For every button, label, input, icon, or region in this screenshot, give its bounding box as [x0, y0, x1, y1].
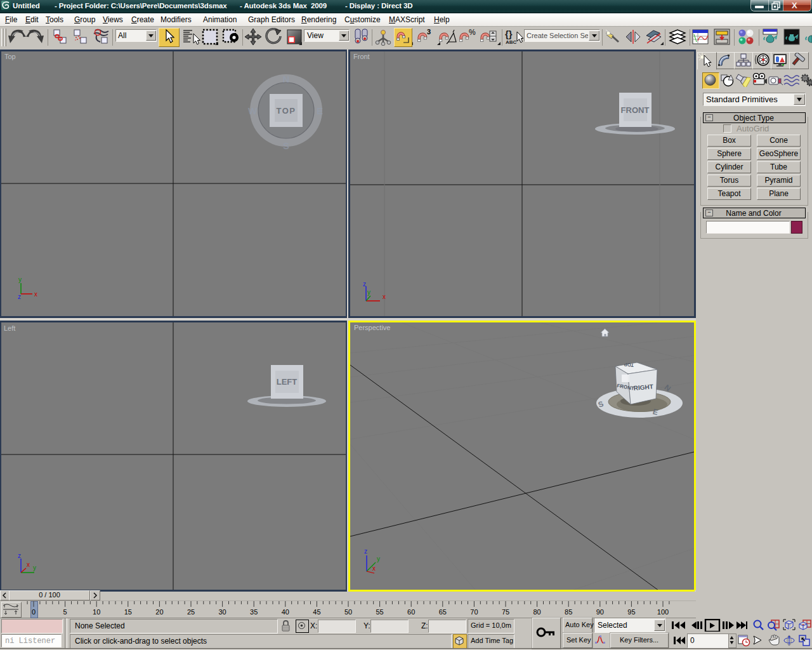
- svg-text:x: x: [27, 561, 30, 568]
- svg-text:15: 15: [124, 608, 132, 616]
- svg-text:75: 75: [502, 608, 509, 616]
- svg-text:65: 65: [439, 608, 447, 616]
- svg-text:TOP: TOP: [624, 361, 634, 368]
- svg-text:z: z: [364, 548, 367, 555]
- svg-text:y: y: [377, 555, 380, 562]
- svg-text:ABC: ABC: [506, 39, 517, 45]
- svg-text:y: y: [33, 564, 36, 571]
- svg-text:FRONT: FRONT: [621, 105, 650, 115]
- svg-text:S: S: [283, 140, 289, 151]
- svg-text:y: y: [18, 276, 22, 283]
- svg-text:y: y: [367, 289, 370, 296]
- svg-text:x: x: [34, 291, 37, 298]
- svg-text:W: W: [248, 105, 258, 116]
- svg-text:z: z: [363, 281, 366, 288]
- svg-text:N: N: [283, 74, 290, 84]
- svg-text:35: 35: [250, 608, 258, 616]
- svg-text:%: %: [469, 28, 476, 37]
- svg-text:85: 85: [565, 608, 572, 616]
- svg-text:10: 10: [93, 608, 100, 616]
- svg-text:50: 50: [344, 608, 352, 616]
- svg-text:5: 5: [63, 608, 67, 616]
- svg-text:40: 40: [282, 608, 289, 616]
- svg-text:100: 100: [657, 608, 669, 616]
- svg-text:80: 80: [533, 608, 540, 616]
- svg-text:3: 3: [427, 28, 431, 36]
- svg-text:45: 45: [313, 608, 320, 616]
- svg-text:LEFT: LEFT: [277, 377, 298, 387]
- svg-text:30: 30: [218, 608, 226, 616]
- svg-text:{}: {}: [505, 29, 513, 39]
- svg-text:95: 95: [627, 608, 635, 616]
- svg-text:70: 70: [470, 608, 478, 616]
- svg-text:E: E: [317, 105, 323, 116]
- svg-text:0: 0: [32, 608, 36, 616]
- svg-text:z: z: [18, 293, 21, 300]
- svg-text:z: z: [18, 552, 21, 559]
- svg-text:25: 25: [187, 608, 195, 616]
- svg-text:TOP: TOP: [277, 106, 296, 116]
- svg-text:x: x: [383, 293, 386, 300]
- svg-text:x: x: [372, 565, 376, 572]
- svg-text:20: 20: [155, 608, 163, 616]
- svg-text:90: 90: [596, 608, 604, 616]
- svg-text:55: 55: [376, 608, 383, 616]
- svg-text:60: 60: [407, 608, 415, 616]
